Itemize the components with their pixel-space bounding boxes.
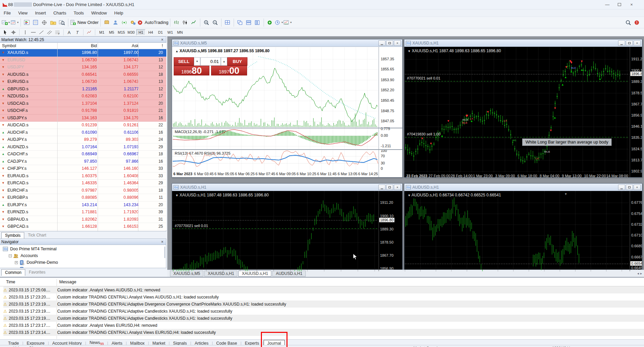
toolbar-chart-line[interactable] xyxy=(190,18,198,27)
market-watch-close-icon[interactable]: × xyxy=(160,37,165,42)
symbol-row-eurgbp.s[interactable]: ▼EURGBP.s0.880850.8809611 xyxy=(0,194,166,201)
chart-tab-0-xauusd-s-m5[interactable]: XAUUSD.s,M5 xyxy=(170,271,203,277)
toolbar-tile-vertical[interactable] xyxy=(253,18,262,27)
chart-restore-button[interactable] xyxy=(386,40,393,46)
symbol-row-usdjpy.s[interactable]: ▼USDJPY.s134.163134.17916 xyxy=(0,115,166,122)
buy-button[interactable]: BUY xyxy=(227,57,247,66)
symbol-row-eurjpy.s[interactable]: ▲EURJPY.s143.214143.23420 xyxy=(0,201,166,209)
tool-text[interactable]: A xyxy=(65,29,73,36)
toolbar-chart-candles[interactable] xyxy=(181,18,190,27)
chart-plot-area[interactable]: ▼ XAUUSD.s,H1 1887.48 1898.63 1886.65 18… xyxy=(172,191,402,271)
new-chart-caret[interactable]: ▾ xyxy=(8,21,10,24)
order-line-label[interactable]: #70419830 sell 1.00 xyxy=(407,132,440,136)
menu-view[interactable]: View xyxy=(14,10,31,16)
symbol-row-audcad.s[interactable]: ▼AUDCAD.s0.912390.9126122 xyxy=(0,122,166,129)
sell-button[interactable]: SELL xyxy=(174,57,194,66)
collapse-icon[interactable]: − xyxy=(9,254,12,257)
toolbar-signals[interactable] xyxy=(120,18,129,27)
toolbar-profiles[interactable]: ▾ xyxy=(10,18,19,27)
nav-item-dooprime-demo[interactable]: +DooPrime-Demo xyxy=(15,259,58,266)
nav-item-doo-prime-mt4-terminal[interactable]: Doo Prime MT4 Terminal xyxy=(3,246,57,252)
chart-restore-button[interactable] xyxy=(626,185,633,190)
symbol-row-eurusd.s[interactable]: ▼EURUSD.s1.067301.0674313 xyxy=(0,78,166,86)
toolbar-new-order[interactable]: New Order xyxy=(70,18,99,27)
window-close-button[interactable]: × xyxy=(626,1,637,8)
toolbar-search[interactable] xyxy=(624,18,633,27)
navigator-close-icon[interactable]: × xyxy=(160,240,165,244)
lot-dropdown-caret[interactable]: ▼ xyxy=(194,57,200,66)
column-header-ask[interactable]: Ask xyxy=(132,43,139,48)
symbol-row-cadjpy.s[interactable]: ▲CADJPY.s97.85097.86616 xyxy=(0,158,166,165)
toolbar-market-watch[interactable] xyxy=(23,18,31,27)
chart-window-titlebar[interactable]: XAUUSD.s,H1 ▁× xyxy=(404,39,642,47)
chart-plot-area[interactable]: ▼ AUDUSD.s,H1 0.66734 0.66742 0.66525 0.… xyxy=(404,191,642,271)
navigator-scrollbar[interactable] xyxy=(164,247,165,258)
tool-vline[interactable] xyxy=(21,29,29,36)
toolbar-tile-windows[interactable] xyxy=(223,18,232,27)
chart-minimize-button[interactable]: ▁ xyxy=(618,185,625,190)
chart-tab-2-xauusd-s-h1[interactable]: XAUUSD.s,H1 xyxy=(238,271,271,277)
timeframe-m5[interactable]: M5 xyxy=(107,29,116,35)
menu-help[interactable]: Help xyxy=(110,10,127,16)
symbol-row-audchf.s[interactable]: ▲AUDCHF.s0.610900.6110616 xyxy=(0,129,166,136)
symbol-row-eurusd[interactable]: ▼EURUSD1.067301.0674313 xyxy=(0,57,166,64)
toolbar-navigator[interactable] xyxy=(40,18,49,27)
symbol-row-xauusd.s[interactable]: ▼XAUUSD.s1896.801897.0020 xyxy=(0,49,166,57)
toolbar-periods[interactable]: ▾ xyxy=(274,18,283,27)
toolbar-zoom-out[interactable] xyxy=(211,18,219,27)
toolbar-templates[interactable]: ▾ xyxy=(283,18,292,27)
chart-close-button[interactable]: × xyxy=(634,40,641,46)
sell-price[interactable]: 189680 xyxy=(174,66,209,75)
chart-window-xauusd-h1-top[interactable]: XAUUSD.s,H1 ▁× ▼ XAUUSD.s,H1 1887.48 189… xyxy=(404,39,642,178)
chart-tabs-scroll-left-icon[interactable]: ◂ xyxy=(637,272,639,275)
nav-item-accounts[interactable]: −Accounts xyxy=(9,252,38,259)
toolbar-new-chart[interactable]: ▾ xyxy=(1,18,10,27)
chart-tab-1-xauusd-s-h1[interactable]: XAUUSD.s,H1 xyxy=(204,271,237,277)
column-header-time[interactable]: Time xyxy=(6,280,15,284)
symbol-row-cadchf.s[interactable]: ▲CADCHF.s0.669490.6696718 xyxy=(0,151,166,158)
profiles-caret[interactable]: ▾ xyxy=(17,21,19,24)
timeframe-m15[interactable]: M15 xyxy=(117,29,126,35)
symbol-row-gbpcad.s[interactable]: ▼GBPCAD.s1.661281.6615325 xyxy=(0,223,166,230)
toolbar-tile-horizontal[interactable] xyxy=(244,18,253,27)
toolbar-terminal[interactable] xyxy=(49,18,58,27)
column-header-bid[interactable]: Bid xyxy=(91,43,97,48)
chart-close-button[interactable]: × xyxy=(394,40,401,46)
timeframe-d1[interactable]: D1 xyxy=(156,29,165,35)
tool-channel[interactable] xyxy=(45,29,54,36)
templates-caret[interactable]: ▾ xyxy=(290,21,292,24)
tool-crosshair[interactable] xyxy=(9,29,18,36)
buy-price[interactable]: 189700 xyxy=(211,66,247,75)
tab-common[interactable]: Common xyxy=(1,269,25,276)
toolbar-autotrading[interactable]: AutoTrading xyxy=(137,18,168,27)
symbol-row-audnzd.s[interactable]: ▲AUDNZD.s1.071641.0719329 xyxy=(0,144,166,151)
symbol-row-gbpusd.s[interactable]: ▲GBPUSD.s1.211651.2117712 xyxy=(0,86,166,93)
column-header-alert[interactable]: ! xyxy=(162,43,163,48)
periods-caret[interactable]: ▾ xyxy=(281,21,283,24)
expand-icon[interactable]: + xyxy=(15,261,18,264)
tab-tick-chart[interactable]: Tick Chart xyxy=(24,232,50,239)
tool-trendline[interactable] xyxy=(37,29,45,36)
order-line-label[interactable]: #70770021 sell 0.01 xyxy=(175,224,208,228)
toolbar-cascade[interactable] xyxy=(236,18,244,27)
chart-window-titlebar[interactable]: XAUUSD.s,H1 ▁× xyxy=(172,184,402,191)
chart-close-button[interactable]: × xyxy=(634,185,641,190)
column-header-message[interactable]: Message xyxy=(59,280,76,284)
chart-restore-button[interactable] xyxy=(626,40,633,46)
menu-tools[interactable]: Tools xyxy=(70,10,88,16)
tab-favorites[interactable]: Favorites xyxy=(25,269,49,276)
tool-label[interactable]: T xyxy=(73,29,81,36)
symbol-row-usdcad.s[interactable]: ▼USDCAD.s1.371041.3712420 xyxy=(0,100,166,107)
chart-window-xauusd-h1-bottom[interactable]: XAUUSD.s,H1 ▁× ▼ XAUUSD.s,H1 1887.48 189… xyxy=(172,183,403,272)
menu-file[interactable]: File xyxy=(0,10,14,16)
tool-fibonacci[interactable]: F xyxy=(54,29,62,36)
symbol-row-audjpy.s[interactable]: ▼AUDJPY.s89.27989.30324 xyxy=(0,136,166,144)
timeframe-h4[interactable]: H4 xyxy=(146,29,155,35)
chart-tab-3-audusd-s-h1[interactable]: AUDUSD.s,H1 xyxy=(272,271,306,277)
toolbar-indicators[interactable] xyxy=(266,18,274,27)
symbol-row-nzdusd.s[interactable]: ▼NZDUSD.s0.620830.6210017 xyxy=(0,93,166,100)
toolbar-help[interactable]: ! xyxy=(633,18,641,27)
order-line-label[interactable]: #70770021 sell 0.01 xyxy=(407,76,440,80)
tool-shapes[interactable] xyxy=(85,29,93,36)
timeframe-m1[interactable]: M1 xyxy=(97,29,106,35)
